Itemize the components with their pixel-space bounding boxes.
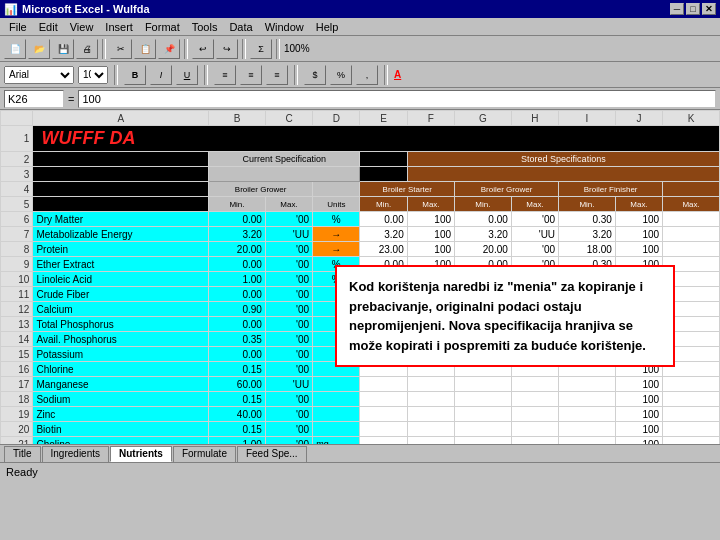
metabolizable-energy-label[interactable]: Metabolizable Energy <box>33 227 209 242</box>
new-button[interactable]: 📄 <box>4 39 26 59</box>
copy-button[interactable]: 📋 <box>134 39 156 59</box>
menu-help[interactable]: Help <box>311 20 344 34</box>
align-left-button[interactable]: ≡ <box>214 65 236 85</box>
window-title: Microsoft Excel - Wulfda <box>22 3 150 15</box>
currency-button[interactable]: $ <box>304 65 326 85</box>
tab-formulate[interactable]: Formulate <box>173 446 236 462</box>
sodium-label[interactable]: Sodium <box>33 392 209 407</box>
table-row: 1 WUFFF DA <box>1 126 720 152</box>
col-j-header[interactable]: J <box>615 111 662 126</box>
sep8 <box>384 65 388 85</box>
max-header-3: Max. <box>511 197 558 212</box>
tab-feed-spe[interactable]: Feed Spe... <box>237 446 307 462</box>
tab-title[interactable]: Title <box>4 446 41 462</box>
underline-button[interactable]: U <box>176 65 198 85</box>
choline-label[interactable]: Choline <box>33 437 209 445</box>
table-row: 21 Choline 1.00 '00 mg 100 <box>1 437 720 445</box>
col-h-header[interactable]: H <box>511 111 558 126</box>
open-button[interactable]: 📂 <box>28 39 50 59</box>
formula-input[interactable]: 100 <box>78 90 716 108</box>
wufff-title: WUFFF DA <box>33 126 143 151</box>
save-button[interactable]: 💾 <box>52 39 74 59</box>
font-color-label: A <box>394 69 401 80</box>
units-header: Units <box>313 197 360 212</box>
min-header-2: Min. <box>360 197 407 212</box>
align-center-button[interactable]: ≡ <box>240 65 262 85</box>
menu-file[interactable]: File <box>4 20 32 34</box>
col-f-header[interactable]: F <box>407 111 454 126</box>
percent-button[interactable]: % <box>330 65 352 85</box>
current-spec-header: Current Specification <box>209 152 360 167</box>
table-row: 2 Current Specification Stored Specifica… <box>1 152 720 167</box>
redo-button[interactable]: ↪ <box>216 39 238 59</box>
chlorine-label[interactable]: Chlorine <box>33 362 209 377</box>
sep2 <box>184 39 188 59</box>
menu-format[interactable]: Format <box>140 20 185 34</box>
row-2-header: 2 <box>1 152 33 167</box>
table-row: 7 Metabolizable Energy 3.20 'UU → 3.20 1… <box>1 227 720 242</box>
print-button[interactable]: 🖨 <box>76 39 98 59</box>
col-e-header[interactable]: E <box>360 111 407 126</box>
manganese-label[interactable]: Manganese <box>33 377 209 392</box>
linoleic-acid-label[interactable]: Linoleic Acid <box>33 272 209 287</box>
menu-window[interactable]: Window <box>260 20 309 34</box>
italic-button[interactable]: I <box>150 65 172 85</box>
menu-bar: File Edit View Insert Format Tools Data … <box>0 18 720 36</box>
tab-bar: Title Ingredients Nutrients Formulate Fe… <box>0 444 720 462</box>
comma-button[interactable]: , <box>356 65 378 85</box>
total-phosphorus-label[interactable]: Total Phosphorus <box>33 317 209 332</box>
broiler-finisher-header: Broiler Finisher <box>559 182 663 197</box>
maximize-button[interactable]: □ <box>686 3 700 15</box>
crude-fiber-label[interactable]: Crude Fiber <box>33 287 209 302</box>
formula-bar: K26 = 100 <box>0 88 720 110</box>
font-size-select[interactable]: 10 <box>78 66 108 84</box>
table-row: 4 Broiler Grower Broiler Starter Broiler… <box>1 182 720 197</box>
col-a-header[interactable]: A <box>33 111 209 126</box>
stored-spec-header: Stored Specifications <box>407 152 719 167</box>
table-row: 19 Zinc 40.00 '00 100 <box>1 407 720 422</box>
col-g-header[interactable]: G <box>455 111 512 126</box>
menu-tools[interactable]: Tools <box>187 20 223 34</box>
minimize-button[interactable]: ─ <box>670 3 684 15</box>
tab-nutrients[interactable]: Nutrients <box>110 446 172 462</box>
undo-button[interactable]: ↩ <box>192 39 214 59</box>
tab-ingredients[interactable]: Ingredients <box>42 446 109 462</box>
col-k-header[interactable]: K <box>663 111 720 126</box>
font-select[interactable]: Arial <box>4 66 74 84</box>
biotin-label[interactable]: Biotin <box>33 422 209 437</box>
calcium-label[interactable]: Calcium <box>33 302 209 317</box>
zinc-label[interactable]: Zinc <box>33 407 209 422</box>
sum-button[interactable]: Σ <box>250 39 272 59</box>
max-header-1: Max. <box>265 197 312 212</box>
cut-button[interactable]: ✂ <box>110 39 132 59</box>
table-row: 20 Biotin 0.15 '00 100 <box>1 422 720 437</box>
status-text: Ready <box>6 466 38 478</box>
min-header-3: Min. <box>455 197 512 212</box>
menu-data[interactable]: Data <box>224 20 257 34</box>
col-c-header[interactable]: C <box>265 111 312 126</box>
corner-cell <box>1 111 33 126</box>
dry-matter-label[interactable]: Dry Matter <box>33 212 209 227</box>
bold-button[interactable]: B <box>124 65 146 85</box>
protein-label[interactable]: Protein <box>33 242 209 257</box>
app-icon: 📊 <box>4 3 18 16</box>
col-i-header[interactable]: I <box>559 111 616 126</box>
avail-phosphorus-label[interactable]: Avail. Phosphorus <box>33 332 209 347</box>
paste-button[interactable]: 📌 <box>158 39 180 59</box>
potassium-label[interactable]: Potassium <box>33 347 209 362</box>
close-button[interactable]: ✕ <box>702 3 716 15</box>
title-cell: WUFFF DA <box>33 126 720 152</box>
min-header-4: Min. <box>559 197 616 212</box>
ether-extract-label[interactable]: Ether Extract <box>33 257 209 272</box>
row-4-header: 4 <box>1 182 33 197</box>
menu-insert[interactable]: Insert <box>100 20 138 34</box>
align-right-button[interactable]: ≡ <box>266 65 288 85</box>
menu-edit[interactable]: Edit <box>34 20 63 34</box>
info-popup: Kod korištenja naredbi iz "menia" za kop… <box>335 265 675 367</box>
title-bar-left: 📊 Microsoft Excel - Wulfda <box>4 3 150 16</box>
col-d-header[interactable]: D <box>313 111 360 126</box>
broiler-starter-header: Broiler Starter <box>360 182 455 197</box>
menu-view[interactable]: View <box>65 20 99 34</box>
col-b-header[interactable]: B <box>209 111 266 126</box>
cell-reference[interactable]: K26 <box>4 90 64 108</box>
